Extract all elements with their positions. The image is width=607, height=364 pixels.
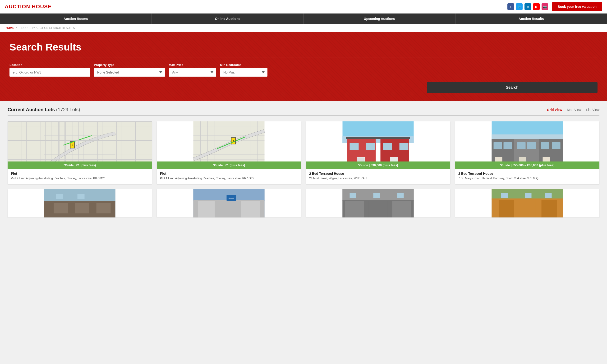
property-address-4: 7 St. Marys Road, Darfield, Barnsley, So…	[458, 176, 596, 181]
property-address-3: 24 Mort Street, Wigan, Lancashire, WN6 7…	[309, 176, 447, 181]
property-info-1: Plot Plot 2 Land Adjoining Armetriding R…	[8, 169, 152, 184]
property-type-1: Plot	[11, 172, 149, 175]
price-banner-1: *Guide | £1 (plus fees)	[8, 161, 152, 169]
book-valuation-button[interactable]: Book your free valuation	[552, 2, 602, 11]
property-info-3: 2 Bed Terraced House 24 Mort Street, Wig…	[306, 169, 450, 184]
svg-rect-92	[345, 201, 364, 218]
svg-rect-103	[542, 200, 557, 218]
svg-rect-85	[220, 201, 236, 218]
property-card-1[interactable]: 2 *Guide | £1 (plus fees) Plot Plot 2 La…	[8, 121, 152, 184]
search-button[interactable]: Search	[427, 82, 597, 93]
svg-rect-55	[400, 143, 409, 150]
grid-view-option[interactable]: Grid View	[547, 108, 562, 112]
header: AUCTION HOUSE f 🐦 in ▶ 📷 Book your free …	[0, 0, 607, 13]
svg-text:Agreed: Agreed	[229, 197, 234, 199]
breadcrumb-current: PROPERTY AUCTION SEARCH RESULTS	[19, 26, 75, 30]
property-grid: 2 *Guide | £1 (plus fees) Plot Plot 2 La…	[8, 121, 599, 184]
svg-rect-66	[527, 142, 536, 149]
min-bedrooms-group: Min Bedrooms No Min. 1 2 3 4 5+	[220, 63, 268, 77]
svg-rect-53	[366, 143, 375, 150]
property-image-3: *Guide | £30,000 (plus fees)	[306, 121, 450, 169]
svg-rect-96	[374, 193, 380, 198]
price-banner-3: *Guide | £30,000 (plus fees)	[306, 161, 450, 169]
svg-rect-67	[541, 142, 549, 149]
results-title-text: Current Auction Lots	[8, 107, 55, 112]
min-bedrooms-label: Min Bedrooms	[220, 63, 268, 67]
property-type-2: Plot	[160, 172, 298, 175]
nav-auction-rooms[interactable]: Auction Rooms	[0, 13, 152, 24]
svg-rect-64	[504, 142, 512, 149]
svg-rect-79	[56, 194, 63, 199]
svg-rect-56	[346, 137, 410, 139]
property-info-4: 2 Bed Terraced House 7 St. Marys Road, D…	[455, 169, 599, 184]
instagram-icon[interactable]: 📷	[542, 3, 548, 10]
property-type-select[interactable]: None Selected House Flat Plot Commercial…	[94, 68, 165, 77]
property-address-1: Plot 2 Land Adjoining Armetriding Reache…	[11, 176, 149, 181]
results-count: (1729 Lots)	[56, 107, 80, 112]
property-card-3[interactable]: *Guide | £30,000 (plus fees) 2 Bed Terra…	[306, 121, 450, 184]
view-options: Grid View Map View List View	[547, 108, 599, 112]
svg-line-21	[63, 136, 92, 145]
max-price-select[interactable]: Any £50,000 £100,000 £150,000 £200,000 £…	[169, 68, 216, 77]
svg-rect-52	[350, 143, 359, 150]
property-address-2: Plot 1 Land Adjoining Armetriding Reache…	[160, 176, 298, 181]
svg-rect-68	[552, 142, 561, 149]
linkedin-icon[interactable]: in	[525, 3, 531, 10]
svg-rect-80	[77, 194, 85, 199]
svg-rect-54	[383, 143, 392, 150]
location-group: Location	[10, 63, 90, 77]
youtube-icon[interactable]: ▶	[533, 3, 540, 10]
svg-rect-19	[70, 142, 75, 148]
location-label: Location	[10, 63, 90, 67]
partial-row: Agreed	[8, 189, 599, 218]
header-right: f 🐦 in ▶ 📷 Book your free valuation	[507, 2, 602, 11]
svg-rect-101	[499, 200, 514, 218]
nav-upcoming-auctions[interactable]: Upcoming Auctions	[304, 13, 455, 24]
search-row-bottom: Search	[10, 82, 597, 93]
nav-online-auctions[interactable]: Online Auctions	[152, 13, 304, 24]
property-type-label: Property Type	[94, 63, 165, 67]
svg-rect-76	[54, 203, 68, 213]
results-header: Current Auction Lots (1729 Lots) Grid Vi…	[8, 107, 599, 116]
svg-rect-63	[494, 142, 502, 149]
property-image-4: *Guide | £55,000 – £65,000 (plus fees)	[455, 121, 599, 169]
svg-rect-77	[75, 203, 89, 213]
list-view-option[interactable]: List View	[586, 108, 599, 112]
property-card-4[interactable]: *Guide | £55,000 – £65,000 (plus fees) 2…	[455, 121, 599, 184]
svg-rect-86	[241, 201, 260, 218]
property-type-3: 2 Bed Terraced House	[309, 172, 447, 175]
location-input[interactable]	[10, 68, 90, 77]
svg-rect-65	[517, 142, 526, 149]
nav-auction-results[interactable]: Auction Results	[455, 13, 607, 24]
property-image-2: 1 *Guide | £1 (plus fees)	[157, 121, 301, 169]
svg-rect-104	[501, 193, 508, 198]
facebook-icon[interactable]: f	[507, 3, 514, 10]
svg-rect-102	[520, 200, 536, 218]
svg-rect-97	[397, 193, 404, 198]
svg-rect-93	[369, 201, 388, 218]
results-title: Current Auction Lots (1729 Lots)	[8, 107, 80, 112]
partial-card-2[interactable]: Agreed	[157, 189, 301, 218]
partial-card-3[interactable]	[306, 189, 450, 218]
property-card-2[interactable]: 1 *Guide | £1 (plus fees) Plot Plot 1 La…	[157, 121, 301, 184]
breadcrumb-separator: /	[16, 26, 17, 30]
price-banner-2: *Guide | £1 (plus fees)	[157, 161, 301, 169]
property-type-4: 2 Bed Terraced House	[458, 172, 596, 175]
partial-card-4[interactable]	[455, 189, 599, 218]
search-form: Location Property Type None Selected Hou…	[10, 63, 597, 93]
map-view-option[interactable]: Map View	[567, 108, 581, 112]
max-price-label: Max Price	[169, 63, 216, 67]
breadcrumb-home[interactable]: HOME	[6, 26, 14, 30]
svg-rect-106	[545, 193, 552, 198]
svg-rect-95	[350, 193, 356, 198]
twitter-icon[interactable]: 🐦	[516, 3, 523, 10]
property-info-2: Plot Plot 1 Land Adjoining Armetriding R…	[157, 169, 301, 184]
svg-rect-94	[392, 201, 411, 218]
svg-rect-78	[96, 203, 111, 213]
min-bedrooms-select[interactable]: No Min. 1 2 3 4 5+	[220, 68, 268, 77]
main-nav: Auction Rooms Online Auctions Upcoming A…	[0, 13, 607, 24]
property-type-group: Property Type None Selected House Flat P…	[94, 63, 165, 77]
property-image-1: 2 *Guide | £1 (plus fees)	[8, 121, 152, 169]
partial-card-1[interactable]	[8, 189, 152, 218]
svg-rect-84	[198, 201, 215, 218]
